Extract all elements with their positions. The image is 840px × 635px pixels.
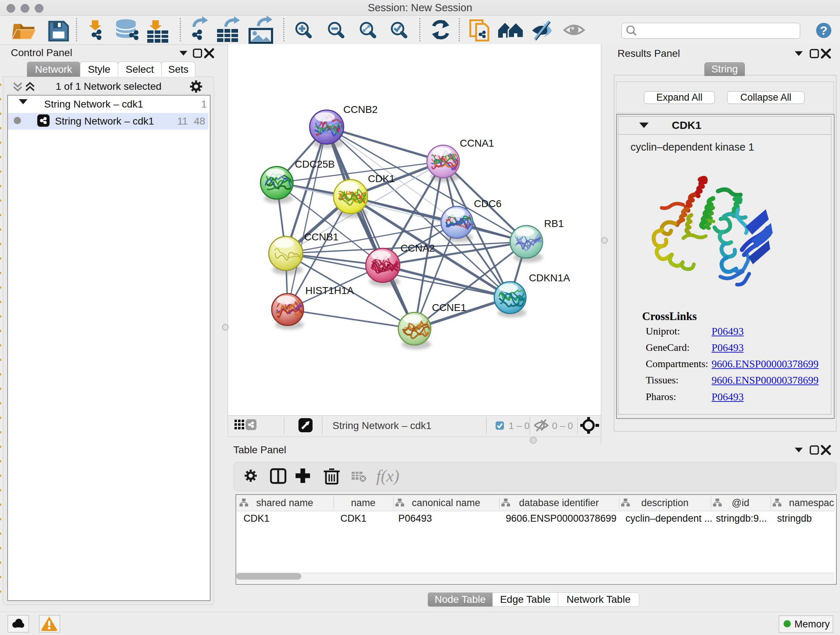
svg-text:CDC6: CDC6 (474, 198, 501, 209)
svg-text:RB1: RB1 (544, 218, 564, 229)
svg-text:CCNA1: CCNA1 (460, 138, 494, 149)
svg-text:HIST1H1A: HIST1H1A (305, 285, 354, 296)
svg-text:CCNB1: CCNB1 (304, 231, 339, 242)
svg-text:CDK1: CDK1 (368, 173, 395, 184)
svg-text:CCNB2: CCNB2 (343, 104, 378, 115)
svg-text:CCNE1: CCNE1 (432, 302, 466, 313)
svg-text:CCNA2: CCNA2 (401, 242, 435, 254)
svg-text:CDC25B: CDC25B (295, 158, 335, 170)
svg-text:CDKN1A: CDKN1A (529, 272, 570, 283)
